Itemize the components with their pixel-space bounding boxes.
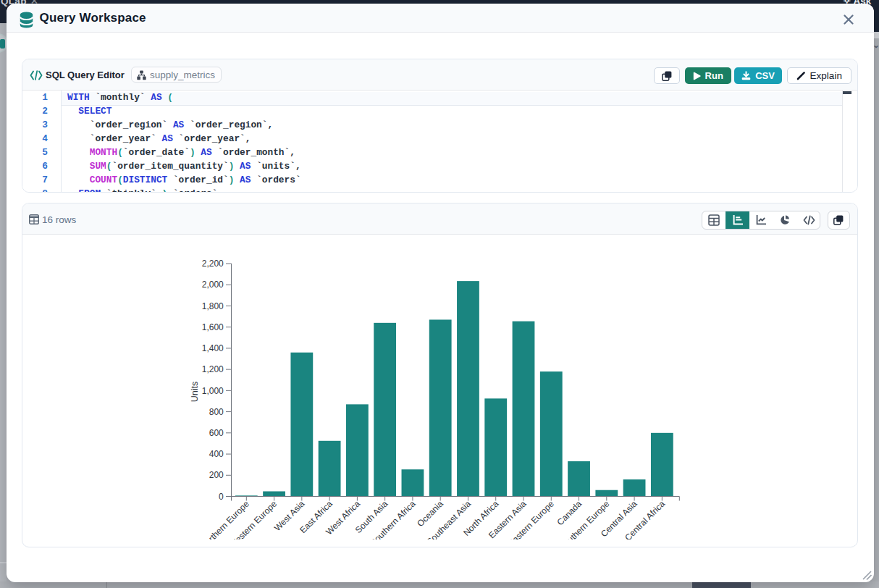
svg-text:1,000: 1,000 [202, 385, 224, 395]
svg-text:600: 600 [209, 428, 224, 438]
svg-text:800: 800 [209, 406, 224, 416]
svg-text:1,800: 1,800 [202, 301, 224, 311]
svg-text:200: 200 [209, 470, 224, 480]
svg-text:2,200: 2,200 [202, 259, 224, 269]
svg-text:2,000: 2,000 [202, 280, 224, 290]
svg-text:0: 0 [219, 491, 224, 501]
svg-text:1,400: 1,400 [202, 343, 224, 353]
svg-text:400: 400 [209, 449, 224, 459]
svg-text:1,600: 1,600 [202, 322, 224, 332]
svg-text:1,200: 1,200 [202, 364, 224, 374]
svg-text:Units: Units [190, 381, 200, 401]
